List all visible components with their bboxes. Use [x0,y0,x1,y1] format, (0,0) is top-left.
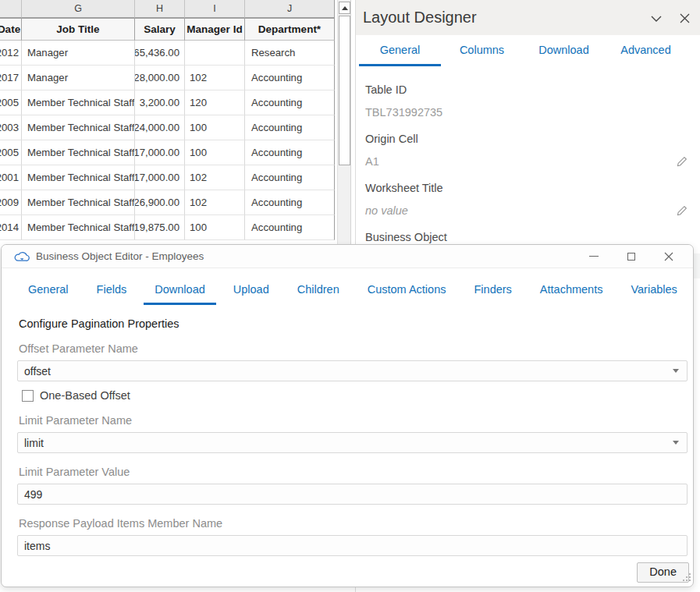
header-job-title[interactable]: Job Title [22,18,135,41]
cell-manager-id[interactable]: 102 [185,165,245,190]
tab-fields[interactable]: Fields [86,278,138,305]
scrollbar-thumb[interactable] [339,16,350,165]
cell-salary[interactable]: 28,000.00 [135,66,185,90]
cell-manager-id[interactable]: 100 [185,115,245,140]
response-payload-items-member-name-field [17,535,688,556]
one-based-offset-checkbox[interactable] [22,390,34,402]
tab-general[interactable]: General [17,278,80,305]
cell-job-title[interactable]: Member Technical Staff [22,90,135,115]
tab-upload[interactable]: Upload [222,278,280,305]
table-row: 2012 Manager 65,436.00 Research [0,41,335,66]
sheet-vertical-scrollbar[interactable] [337,0,351,244]
cell-department[interactable]: Accounting [245,165,335,190]
tab-custom-actions[interactable]: Custom Actions [357,278,457,305]
cell-salary[interactable]: 24,000.00 [135,115,185,140]
limit-parameter-name-input[interactable] [17,432,688,453]
cell-salary[interactable]: 19,875.00 [135,215,185,240]
window-controls [588,251,693,262]
cell-date[interactable]: 2014 [0,215,22,240]
scroll-up-arrow-icon[interactable] [339,2,350,14]
column-letters-row: G H I J [0,0,335,18]
resize-grip-icon[interactable] [683,571,691,585]
cell-department[interactable]: Accounting [245,90,335,115]
cell-job-title[interactable]: Member Technical Staff [22,190,135,215]
tab-advanced[interactable]: Advanced [605,35,687,66]
tab-general[interactable]: General [359,35,441,66]
cell-manager-id[interactable]: 102 [185,66,245,90]
cell-job-title[interactable]: Manager [22,41,135,66]
table-id-label: Table ID [365,83,691,96]
header-salary[interactable]: Salary [135,18,185,41]
cell-date[interactable]: 2009 [0,190,22,215]
cell-salary[interactable]: 17,000.00 [135,165,185,190]
cell-manager-id[interactable]: 100 [185,140,245,165]
cell-department[interactable]: Accounting [245,115,335,140]
dialog-titlebar[interactable]: Business Object Editor - Employees [2,245,693,268]
spreadsheet: G H I J Date Job Title Salary Manager Id… [0,0,355,244]
cell-salary[interactable]: 65,436.00 [135,41,185,66]
cell-job-title[interactable]: Member Technical Staff [22,165,135,190]
tab-finders[interactable]: Finders [463,278,522,305]
header-date[interactable]: Date [0,18,22,41]
tab-columns[interactable]: Columns [441,35,523,66]
cell-job-title[interactable]: Member Technical Staff [22,115,135,140]
dialog-body: Configure Pagination Properties Offset P… [2,305,693,556]
column-letter-partial[interactable] [0,0,22,18]
limit-parameter-value-input[interactable] [17,484,688,505]
one-based-offset-label: One-Based Offset [40,389,130,402]
chevron-down-icon[interactable] [650,12,663,27]
column-letter-j[interactable]: J [245,0,335,18]
cell-date[interactable]: 2005 [0,140,22,165]
cell-salary[interactable]: 26,900.00 [135,190,185,215]
cell-job-title[interactable]: Member Technical Staff [22,215,135,240]
tab-variables[interactable]: Variables [620,278,688,305]
header-manager-id[interactable]: Manager Id [185,18,245,41]
limit-parameter-value-label: Limit Parameter Value [19,466,688,478]
tab-download[interactable]: Download [523,35,605,66]
cell-job-title[interactable]: Manager [22,66,135,90]
done-button[interactable]: Done [637,562,689,583]
layout-designer-header: Layout Designer [356,0,700,35]
cell-job-title[interactable]: Member Technical Staff [22,140,135,165]
cell-department[interactable]: Accounting [245,140,335,165]
offset-parameter-name-input[interactable] [17,360,688,381]
column-letter-g[interactable]: G [22,0,135,18]
pencil-icon[interactable] [677,205,688,218]
cell-department[interactable]: Accounting [245,190,335,215]
cell-department[interactable]: Accounting [245,66,335,90]
cell-manager-id[interactable]: 120 [185,90,245,115]
response-payload-items-member-name-label: Response Payload Items Member Name [19,517,688,530]
tab-children[interactable]: Children [286,278,350,305]
offset-parameter-name-label: Offset Parameter Name [19,342,688,355]
minimize-icon[interactable] [588,251,599,262]
table-id-value: TBL731992735 [365,106,691,122]
close-icon[interactable] [663,251,674,262]
tab-attachments[interactable]: Attachments [529,278,614,305]
maximize-icon[interactable] [626,251,637,262]
column-letter-i[interactable]: I [185,0,245,18]
cell-salary[interactable]: 17,000.00 [135,140,185,165]
response-payload-items-member-name-input[interactable] [17,535,688,556]
cell-date[interactable]: 2001 [0,165,22,190]
cell-date[interactable]: 2005 [0,90,22,115]
pencil-icon[interactable] [677,156,688,169]
cell-manager-id[interactable] [185,41,245,66]
cell-date[interactable]: 2012 [0,41,22,66]
one-based-offset-row: One-Based Offset [22,389,688,402]
cell-date[interactable]: 2017 [0,66,22,90]
table-row: 2014 Member Technical Staff 19,875.00 10… [0,215,335,240]
limit-parameter-value-field [17,484,688,505]
cell-manager-id[interactable]: 102 [185,190,245,215]
table-row: 2001 Member Technical Staff 17,000.00 10… [0,165,335,190]
dialog-tabs: General Fields Download Upload Children … [2,278,693,305]
tab-download[interactable]: Download [144,278,216,305]
close-icon[interactable] [680,12,690,27]
cell-date[interactable]: 2003 [0,115,22,140]
cell-manager-id[interactable]: 100 [185,215,245,240]
cell-department[interactable]: Research [245,41,335,66]
limit-parameter-name-field [17,432,688,453]
column-letter-h[interactable]: H [135,0,185,18]
cell-salary[interactable]: 3,200.00 [135,90,185,115]
cell-department[interactable]: Accounting [245,215,335,240]
header-department[interactable]: Department* [245,18,335,41]
